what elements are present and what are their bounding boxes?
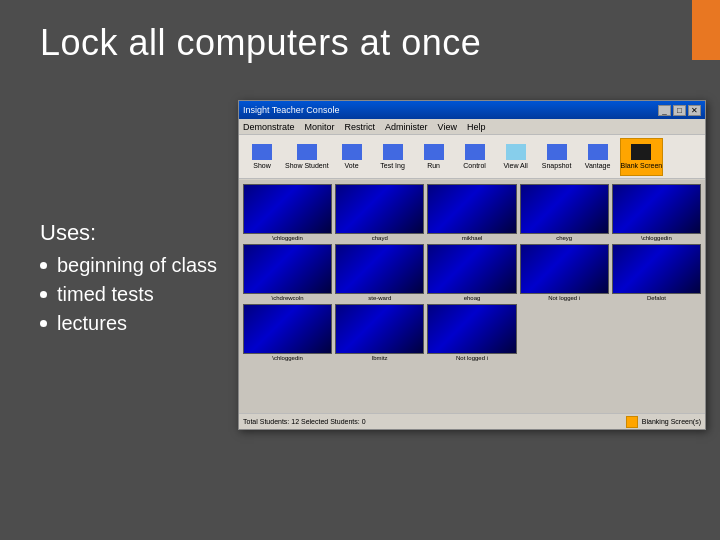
student-screen (243, 184, 332, 234)
student-name: lbmitz (372, 355, 388, 361)
toolbar-blank-screen[interactable]: Blank Screen (620, 138, 664, 176)
bullet-text: beginning of class (57, 254, 217, 277)
student-tile[interactable]: Defalot (612, 244, 701, 301)
bottom-status-text-right: Blanking Screen(s) (642, 418, 701, 425)
student-name: ehoag (464, 295, 481, 301)
view-all-icon (506, 144, 526, 160)
student-screen (520, 244, 609, 294)
toolbar-show-student[interactable]: Show Student (284, 138, 330, 176)
list-item: lectures (40, 312, 217, 335)
student-screen (243, 244, 332, 294)
student-tile[interactable]: ehoag (427, 244, 516, 301)
uses-section: Uses: beginning of class timed tests lec… (40, 220, 217, 341)
toolbar-vote[interactable]: Vote (333, 138, 371, 176)
toolbar-vantage[interactable]: Vantage (579, 138, 617, 176)
student-name: \chloggedin (272, 355, 303, 361)
student-name: Not logged i (456, 355, 488, 361)
student-screen-empty (612, 304, 701, 354)
toolbar-view-all[interactable]: View All (497, 138, 535, 176)
student-tile[interactable]: cheyg (520, 184, 609, 241)
student-screen (520, 184, 609, 234)
student-tile[interactable]: mikhael (427, 184, 516, 241)
student-screen (427, 304, 516, 354)
bottom-status-left: Total Students: 12 Selected Students: 0 (243, 418, 366, 425)
student-tile[interactable]: ste-ward (335, 244, 424, 301)
toolbar-testing[interactable]: Test Ing (374, 138, 412, 176)
student-screen (243, 304, 332, 354)
run-icon (424, 144, 444, 160)
bottom-status-right: Blanking Screen(s) (626, 416, 701, 428)
close-button[interactable]: ✕ (688, 105, 701, 116)
student-screen (335, 184, 424, 234)
student-tile[interactable]: Not logged i (520, 244, 609, 301)
testing-icon (383, 144, 403, 160)
bullet-text: lectures (57, 312, 127, 335)
bullet-dot (40, 291, 47, 298)
slide-title: Lock all computers at once (40, 22, 481, 64)
menu-monitor[interactable]: Monitor (305, 122, 335, 132)
bullet-text: timed tests (57, 283, 154, 306)
student-name: Not logged i (548, 295, 580, 301)
console-toolbar: Show Show Student Vote Test Ing Run Cont… (239, 135, 705, 179)
toolbar-run[interactable]: Run (415, 138, 453, 176)
status-icon (626, 416, 638, 428)
student-tile[interactable]: Not logged i (427, 304, 516, 361)
student-grid-area: \chloggedin chayd mikhael cheyg \chlogge… (239, 180, 705, 413)
console-window: Insight Teacher Console _ □ ✕ Demonstrat… (238, 100, 706, 430)
console-titlebar: Insight Teacher Console _ □ ✕ (239, 101, 705, 119)
student-tile[interactable]: \chloggedin (243, 304, 332, 361)
student-tile[interactable]: \chloggedin (243, 184, 332, 241)
student-name: chayd (372, 235, 388, 241)
student-screen (335, 244, 424, 294)
accent-bar (692, 0, 720, 60)
menu-demonstrate[interactable]: Demonstrate (243, 122, 295, 132)
student-tile[interactable]: \chloggedin (612, 184, 701, 241)
student-screen (427, 184, 516, 234)
student-name: cheyg (556, 235, 572, 241)
student-tile[interactable]: chayd (335, 184, 424, 241)
bullet-dot (40, 320, 47, 327)
window-controls: _ □ ✕ (658, 105, 701, 116)
student-screen (427, 244, 516, 294)
student-name: \chdrewcoln (272, 295, 304, 301)
student-name: \chloggedin (641, 235, 672, 241)
student-tile (612, 304, 701, 361)
student-name: ste-ward (368, 295, 391, 301)
toolbar-control[interactable]: Control (456, 138, 494, 176)
uses-label: Uses: (40, 220, 217, 246)
control-icon (465, 144, 485, 160)
student-name: \chloggedin (272, 235, 303, 241)
vote-icon (342, 144, 362, 160)
student-screen (335, 304, 424, 354)
menu-help[interactable]: Help (467, 122, 486, 132)
student-tile (520, 304, 609, 361)
toolbar-show[interactable]: Show (243, 138, 281, 176)
show-student-icon (297, 144, 317, 160)
slide: Lock all computers at once Uses: beginni… (0, 0, 720, 540)
menu-administer[interactable]: Administer (385, 122, 428, 132)
list-item: beginning of class (40, 254, 217, 277)
student-name: Defalot (647, 295, 666, 301)
menu-restrict[interactable]: Restrict (345, 122, 376, 132)
vantage-icon (588, 144, 608, 160)
student-screen-empty (520, 304, 609, 354)
maximize-button[interactable]: □ (673, 105, 686, 116)
student-name: mikhael (462, 235, 483, 241)
student-tile[interactable]: lbmitz (335, 304, 424, 361)
bullet-list: beginning of class timed tests lectures (40, 254, 217, 335)
student-tile[interactable]: \chdrewcoln (243, 244, 332, 301)
student-screen (612, 184, 701, 234)
blank-screen-icon (631, 144, 651, 160)
console-menubar: Demonstrate Monitor Restrict Administer … (239, 119, 705, 135)
student-grid: \chloggedin chayd mikhael cheyg \chlogge… (243, 184, 701, 361)
console-title-text: Insight Teacher Console (243, 105, 339, 115)
show-icon (252, 144, 272, 160)
minimize-button[interactable]: _ (658, 105, 671, 116)
menu-view[interactable]: View (438, 122, 457, 132)
list-item: timed tests (40, 283, 217, 306)
toolbar-snapshot[interactable]: Snapshot (538, 138, 576, 176)
console-bottombar: Total Students: 12 Selected Students: 0 … (239, 413, 705, 429)
snapshot-icon (547, 144, 567, 160)
student-screen (612, 244, 701, 294)
bullet-dot (40, 262, 47, 269)
